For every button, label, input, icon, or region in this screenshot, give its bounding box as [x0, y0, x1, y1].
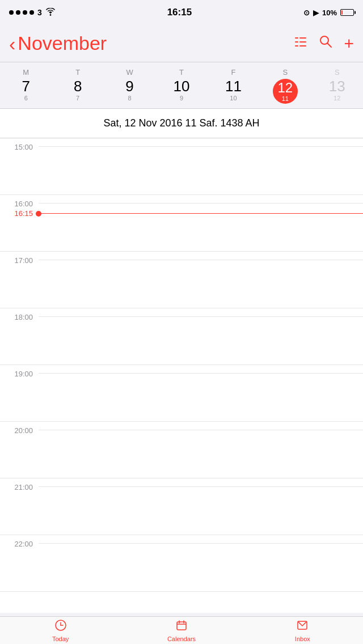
svg-rect-12: [177, 622, 186, 630]
lock-icon: ⊙: [303, 9, 310, 17]
time-label: 17:00: [0, 252, 39, 265]
current-time-line: [39, 213, 363, 214]
svg-rect-2: [299, 37, 306, 39]
day-number: 7: [22, 79, 29, 94]
time-divider: [39, 146, 363, 147]
time-label: 22:00: [0, 535, 39, 548]
battery-icon: [340, 9, 354, 16]
list-icon[interactable]: [294, 36, 307, 51]
tab-icon-today: [54, 619, 67, 634]
status-bar: 3 16:15 ⊙ ▶ 10%: [0, 0, 363, 25]
back-button[interactable]: ‹: [9, 34, 15, 53]
day-number: 1211: [273, 79, 298, 104]
tab-inbox[interactable]: Inbox: [242, 619, 363, 642]
nav-left: ‹ November: [9, 32, 107, 54]
time-slot: 19:00: [0, 365, 363, 422]
search-icon[interactable]: [319, 35, 332, 52]
tab-label-inbox: Inbox: [295, 635, 310, 642]
current-time-indicator: 16:15: [0, 209, 363, 218]
time-divider: [39, 260, 363, 260]
time-label: 15:00: [0, 138, 39, 151]
current-time-dot: [36, 211, 41, 217]
day-sub: 10: [230, 95, 237, 101]
wifi-icon: [45, 8, 56, 18]
day-sub: 6: [24, 95, 28, 101]
day-col-0[interactable]: M76: [0, 66, 52, 106]
time-divider: [39, 316, 363, 317]
day-sub: 9: [180, 95, 183, 101]
svg-rect-5: [295, 45, 298, 46]
time-label: 16:00: [0, 195, 39, 208]
day-col-4[interactable]: F1110: [208, 66, 259, 106]
svg-rect-4: [299, 41, 306, 43]
time-divider: [39, 486, 363, 487]
time-label: 18:00: [0, 308, 39, 321]
time-slot: 22:00: [0, 535, 363, 592]
tab-label-calendars: Calendars: [167, 635, 196, 642]
day-col-1[interactable]: T87: [52, 66, 103, 106]
day-sub: 7: [76, 95, 79, 101]
svg-point-0: [49, 14, 51, 16]
svg-rect-3: [295, 41, 298, 43]
time-divider: [39, 373, 363, 374]
time-slot: 18:00: [0, 308, 363, 365]
carrier-label: 3: [37, 8, 42, 17]
add-button[interactable]: +: [344, 34, 354, 53]
location-icon: ▶: [313, 9, 319, 17]
status-time: 16:15: [167, 7, 192, 18]
signal-dots: [9, 10, 34, 15]
time-divider: [39, 203, 363, 204]
battery-percent: 10%: [322, 9, 337, 17]
day-col-2[interactable]: W98: [104, 66, 155, 106]
status-left: 3: [9, 8, 56, 18]
time-slot: 20:00: [0, 422, 363, 478]
time-divider: [39, 430, 363, 430]
time-slot: 17:00: [0, 252, 363, 308]
tab-icon-inbox: [296, 619, 309, 634]
time-label: 21:00: [0, 478, 39, 492]
day-letter: T: [179, 68, 184, 77]
day-number: 8: [74, 79, 82, 94]
selected-date-text: Sat, 12 Nov 2016 11 Saf. 1438 AH: [103, 117, 259, 129]
current-time-label: 16:15: [0, 209, 39, 218]
day-sub: 8: [128, 95, 131, 101]
tab-icon-calendars: [175, 619, 188, 634]
day-letter: T: [75, 68, 80, 77]
calendar-body[interactable]: 15:0016:0017:0018:0019:0020:0021:0022:00…: [0, 138, 363, 613]
svg-rect-6: [299, 45, 306, 46]
time-label: 20:00: [0, 422, 39, 435]
svg-rect-1: [295, 37, 298, 39]
tab-label-today: Today: [52, 635, 69, 642]
svg-line-8: [328, 44, 332, 48]
status-right: ⊙ ▶ 10%: [303, 9, 354, 17]
tab-today[interactable]: Today: [0, 619, 121, 642]
day-number: 10: [174, 79, 190, 94]
day-letter: M: [23, 68, 29, 77]
time-label: 19:00: [0, 365, 39, 378]
day-letter: W: [126, 68, 133, 77]
selected-date-bar: Sat, 12 Nov 2016 11 Saf. 1438 AH: [0, 109, 363, 138]
nav-right: +: [294, 34, 354, 53]
tab-bar: TodayCalendarsInbox: [0, 616, 363, 644]
time-slot: 15:00: [0, 138, 363, 195]
day-col-6[interactable]: S1312: [311, 66, 363, 106]
time-divider: [39, 543, 363, 544]
day-letter: S: [335, 68, 340, 77]
time-slot: 16:00: [0, 195, 363, 252]
day-number: 13: [329, 79, 345, 94]
day-letter: F: [231, 68, 235, 77]
day-col-5[interactable]: S1211: [259, 66, 311, 106]
day-number: 11: [225, 79, 242, 94]
time-slot: 21:00: [0, 478, 363, 535]
tab-calendars[interactable]: Calendars: [121, 619, 242, 642]
nav-bar: ‹ November +: [0, 25, 363, 62]
week-header: M76T87W98T109F1110S1211S1312: [0, 62, 363, 109]
nav-title: November: [18, 32, 107, 54]
day-col-3[interactable]: T109: [155, 66, 207, 106]
day-letter: S: [282, 68, 288, 77]
day-number: 9: [125, 79, 133, 94]
day-sub: 12: [334, 95, 340, 101]
